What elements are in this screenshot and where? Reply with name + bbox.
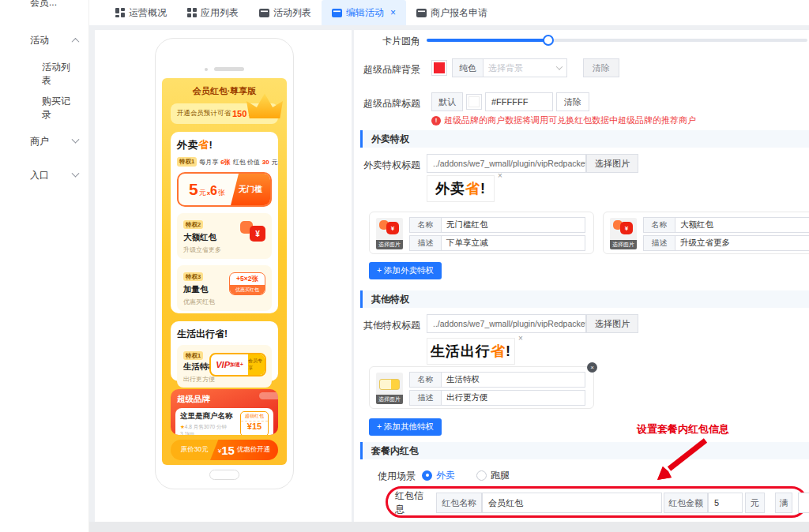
desc-addon: 描述 <box>409 390 441 406</box>
life-perk-tag: 特权1 <box>183 351 203 360</box>
red-envelope-icon: ¥ <box>386 222 399 234</box>
chevron-down-icon <box>72 169 80 177</box>
home-indicator <box>209 470 239 480</box>
card-icon <box>332 9 342 17</box>
sidebar-item-activity-list[interactable]: 活动列表 <box>0 66 89 82</box>
add-other-perk-button[interactable]: + 添加其他特权 <box>369 418 442 436</box>
footer-band <box>89 522 809 532</box>
sidebar-group-merchant[interactable]: 商户 <box>0 133 89 149</box>
sidebar-item-purchase-records[interactable]: 购买记录 <box>0 100 89 116</box>
background-select[interactable]: 选择背景 <box>484 58 567 77</box>
warning-message: ! 超级品牌的商户数据将调用可兑换红包数据中超级品牌的推荐商户 <box>431 114 696 126</box>
redpacket-info-label: 红包信息 <box>395 493 431 513</box>
section-waimai-perks: 外卖特权 <box>360 130 809 148</box>
unit-addon: 元 <box>745 493 765 513</box>
redpacket-name-input[interactable]: 会员红包 <box>482 493 662 513</box>
red-envelope-icon: ¥ <box>240 219 265 242</box>
card-radius-slider[interactable] <box>427 39 807 42</box>
waimai-title-label: 外卖特权标题 <box>354 159 420 172</box>
other-name-input[interactable]: 生活特权 <box>441 372 585 388</box>
man-addon: 满 <box>775 493 792 513</box>
waimai-card-title: 外卖省! <box>177 138 272 152</box>
card-icon <box>416 9 427 17</box>
slider-handle[interactable] <box>543 35 554 46</box>
remove-card-icon[interactable]: × <box>587 362 597 373</box>
perk3-tag: 特权3 <box>183 272 203 281</box>
perk1-desc-input[interactable]: 下单享立减 <box>441 235 585 251</box>
tab-app-list[interactable]: 应用列表 <box>177 0 249 25</box>
chevron-up-icon <box>72 37 80 45</box>
phone-speaker <box>156 67 293 71</box>
perk1-line: 特权1 每月享 6张 红包 价值 30 元 <box>177 157 272 167</box>
section-package-redpacket: 套餐内红包 <box>360 442 809 459</box>
other-perk-card: × 选择图片 名称 生活特权 描述 出行更方便 <box>369 366 594 409</box>
waimai-title-image: 外卖省! <box>427 175 495 202</box>
other-choose-image-button[interactable]: 选择图片 <box>586 314 638 333</box>
price-bar[interactable]: 原价30元 ¥ 15 优惠价开通 <box>171 440 278 460</box>
perk1-thumbnail[interactable]: ¥ 选择图片 <box>376 218 403 249</box>
app-root: { "sidebar": { "partial_top": "会员...", "… <box>0 0 809 532</box>
perk1-name-input[interactable]: 无门槛红包 <box>441 217 585 233</box>
redpacket-amount-input[interactable]: 5 <box>708 493 743 513</box>
option-paotui[interactable]: 跑腿 <box>491 469 510 482</box>
apps-icon <box>187 8 197 17</box>
warning-icon: ! <box>431 116 441 126</box>
other-perk-thumbnail[interactable]: 选择图片 <box>376 373 403 404</box>
card-radius-label: 卡片圆角 <box>354 35 420 48</box>
coupon: 5 元 x 6 张 无门槛 <box>177 172 272 207</box>
chevron-down-icon <box>72 135 80 143</box>
perk2-block: 特权2 大额红包 升级立省更多 ¥ <box>177 213 272 259</box>
remove-image-icon[interactable]: × <box>518 334 523 343</box>
sidebar-group-entrance[interactable]: 入口 <box>0 167 89 183</box>
clear-background-button[interactable]: 清除 <box>583 58 619 77</box>
perk2-thumbnail[interactable]: ¥ 选择图片 <box>610 218 637 249</box>
other-image-path-input[interactable]: ../addons/we7_wmall/plugin/vipRedpacket/… <box>427 314 586 333</box>
content-area: 会员红包·尊享版 开通会员预计可省 150 元/月 外卖省! 特权1 每月享 6… <box>89 25 809 532</box>
redpacket-amount-addon: 红包金额 <box>664 493 708 513</box>
tab-edit-activity[interactable]: 编辑活动 × <box>322 0 406 25</box>
clear-title-button[interactable]: 清除 <box>556 92 589 111</box>
waimai-image-path-input[interactable]: ../addons/we7_wmall/plugin/vipRedpacket/… <box>427 154 586 173</box>
life-perk-block: 特权1 生活特权 出行更方便 VIP加速+ 会员专享 <box>177 345 272 388</box>
default-addon: 默认 <box>431 92 463 111</box>
speaker-pill-icon <box>214 67 244 71</box>
waimai-choose-image-button[interactable]: 选择图片 <box>586 154 638 173</box>
brand-bg-controls: 纯色 选择背景 清除 <box>431 58 619 77</box>
phone-mockup: 会员红包·尊享版 开通会员预计可省 150 元/月 外卖省! 特权1 每月享 6… <box>155 38 294 489</box>
remove-image-icon[interactable]: × <box>498 171 502 180</box>
desc-addon: 描述 <box>409 235 441 251</box>
option-waimai[interactable]: 外卖 <box>436 469 455 482</box>
other-desc-input[interactable]: 出行更方便 <box>441 390 585 406</box>
threshold-input-clipped[interactable] <box>798 493 809 513</box>
vip-badge: VIP加速+ 会员专享 <box>209 353 266 377</box>
title-color-input[interactable]: #FFFFFF <box>485 92 553 111</box>
vip-card-preview: 会员红包·尊享版 开通会员预计可省 150 元/月 外卖省! 特权1 每月享 6… <box>162 78 287 465</box>
life-card-title: 生活出行省! <box>177 328 272 341</box>
section-other-perks: 其他特权 <box>360 290 809 308</box>
camera-dot-icon <box>205 68 208 71</box>
name-addon: 名称 <box>643 217 675 233</box>
close-icon[interactable]: × <box>390 8 396 17</box>
perk2-desc-input[interactable]: 升级立省更多 <box>675 235 809 251</box>
tab-activity-list[interactable]: 活动列表 <box>249 0 322 25</box>
tab-bar: 运营概况 应用列表 活动列表 编辑活动 × 商户报名申请 <box>89 0 809 25</box>
sidebar-group-activity[interactable]: 活动 <box>0 32 89 48</box>
merchant-card: 这里是商户名称 ★4.8 月售3070 分钟3.1km 超级红包 ¥15 <box>175 408 273 435</box>
scene-options: 外卖 跑腿 <box>422 467 510 483</box>
radio-waimai-selected[interactable] <box>422 470 432 481</box>
color-swatch-red[interactable] <box>431 60 447 76</box>
scene-label: 使用场景 <box>378 470 416 483</box>
sidebar: 会员... 活动 活动列表 购买记录 商户 入口 <box>0 0 89 532</box>
perk2-name-input[interactable]: 大额红包 <box>675 217 809 233</box>
brand-bg-label: 超级品牌背景 <box>354 63 420 77</box>
color-swatch-white[interactable] <box>466 94 482 110</box>
pure-color-addon: 纯色 <box>452 58 484 77</box>
savings-banner: 开通会员预计可省 150 元/月 <box>171 103 278 124</box>
sidebar-item-member[interactable]: 会员... <box>0 0 89 10</box>
radio-paotui[interactable] <box>476 470 487 481</box>
add-waimai-perk-button[interactable]: + 添加外卖特权 <box>369 262 442 279</box>
other-title-image: 生活出行省! <box>427 338 515 365</box>
tab-operation-overview[interactable]: 运营概况 <box>105 0 177 25</box>
preview-title: 会员红包·尊享版 <box>171 85 278 97</box>
tab-merchant-signup[interactable]: 商户报名申请 <box>406 0 498 25</box>
